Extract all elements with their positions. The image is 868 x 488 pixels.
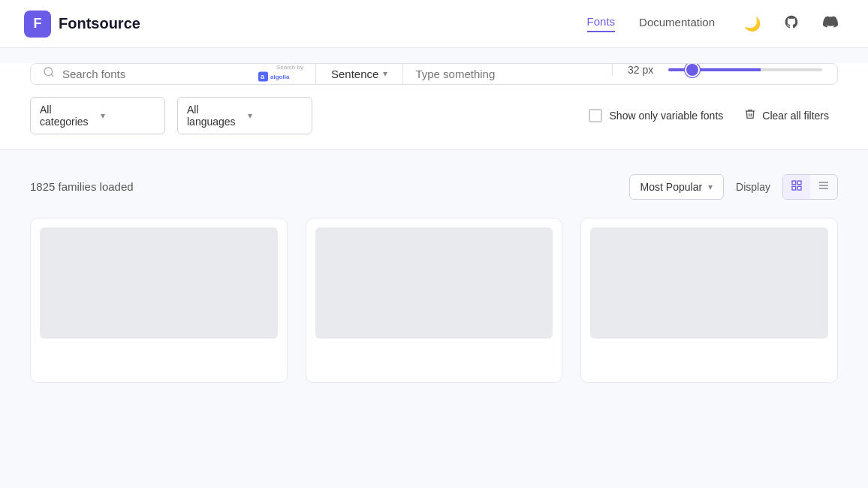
sort-dropdown[interactable]: Most Popular ▾	[629, 174, 724, 200]
size-slider[interactable]	[668, 68, 822, 71]
github-icon	[784, 14, 799, 33]
categories-filter[interactable]: All categories ▾	[30, 97, 165, 134]
variable-fonts-checkbox[interactable]	[589, 109, 602, 122]
algolia-badge: Search by a algolia	[258, 64, 303, 84]
display-label: Display	[736, 181, 770, 193]
svg-rect-6	[797, 181, 801, 185]
search-left: Search by a algolia	[31, 64, 316, 84]
variable-fonts-label: Show only variable fonts	[610, 110, 724, 122]
logo-box: F	[24, 11, 51, 38]
variable-fonts-check[interactable]: Show only variable fonts	[589, 109, 724, 122]
clear-filters-button[interactable]: Clear all filters	[735, 102, 838, 129]
svg-point-0	[44, 68, 53, 76]
main-content: 1825 families loaded Most Popular ▾ Disp…	[0, 150, 868, 407]
moon-icon: 🌙	[744, 16, 761, 32]
list-view-button[interactable]	[810, 175, 837, 199]
font-card[interactable]	[580, 218, 838, 383]
cards-grid	[30, 218, 838, 383]
grid-icon	[791, 179, 803, 194]
size-label: 32 px	[628, 64, 659, 76]
algolia-logo: a algolia	[258, 71, 303, 84]
results-header: 1825 families loaded Most Popular ▾ Disp…	[30, 174, 838, 200]
navbar: F Fontsource Fonts Documentation 🌙	[0, 0, 868, 48]
families-count: 1825 families loaded	[30, 180, 134, 193]
search-input[interactable]	[62, 68, 251, 80]
search-bar: Search by a algolia Sentence ▾ 32 px	[30, 63, 838, 85]
nav-links: Fonts Documentation	[587, 15, 715, 32]
grid-view-button[interactable]	[783, 175, 810, 199]
preview-controls: Sentence ▾	[316, 64, 612, 84]
svg-rect-5	[792, 181, 796, 185]
card-preview	[40, 227, 278, 339]
discord-icon	[823, 14, 838, 33]
languages-filter[interactable]: All languages ▾	[177, 97, 312, 134]
categories-label: All categories	[40, 104, 95, 128]
sentence-dropdown[interactable]: Sentence ▾	[331, 64, 403, 84]
chevron-down-icon: ▾	[383, 68, 387, 79]
filter-row: All categories ▾ All languages ▾ Show on…	[30, 85, 838, 149]
view-toggle	[782, 174, 838, 200]
preview-text-input[interactable]	[403, 68, 597, 80]
svg-rect-7	[792, 186, 796, 190]
sort-chevron-icon: ▾	[708, 182, 713, 192]
font-card[interactable]	[30, 218, 288, 383]
search-section: Search by a algolia Sentence ▾ 32 px	[0, 63, 868, 150]
trash-icon	[744, 108, 756, 123]
github-button[interactable]	[778, 11, 805, 38]
svg-text:algolia: algolia	[270, 74, 290, 80]
search-by-label: Search by	[276, 64, 303, 71]
logo-text: Fontsource	[59, 15, 140, 32]
logo-area: F Fontsource	[24, 11, 140, 38]
logo-letter: F	[34, 16, 42, 32]
dark-mode-button[interactable]: 🌙	[739, 11, 766, 38]
clear-filters-label: Clear all filters	[762, 110, 829, 122]
svg-rect-8	[797, 186, 801, 190]
categories-chevron-icon: ▾	[101, 110, 155, 121]
list-icon	[818, 179, 830, 194]
card-preview	[590, 227, 828, 339]
search-icon	[43, 66, 55, 81]
languages-chevron-icon: ▾	[248, 110, 303, 121]
sort-display-row: Most Popular ▾ Display	[629, 174, 838, 200]
card-preview	[315, 227, 553, 339]
sentence-label: Sentence	[331, 68, 378, 80]
size-control: 32 px	[612, 64, 837, 76]
nav-fonts-link[interactable]: Fonts	[587, 15, 616, 32]
font-card[interactable]	[306, 218, 563, 383]
nav-icons: 🌙	[739, 11, 844, 38]
sort-label: Most Popular	[640, 181, 702, 193]
nav-docs-link[interactable]: Documentation	[639, 16, 715, 32]
discord-button[interactable]	[817, 11, 844, 38]
svg-line-1	[51, 75, 53, 77]
languages-label: All languages	[187, 104, 242, 128]
